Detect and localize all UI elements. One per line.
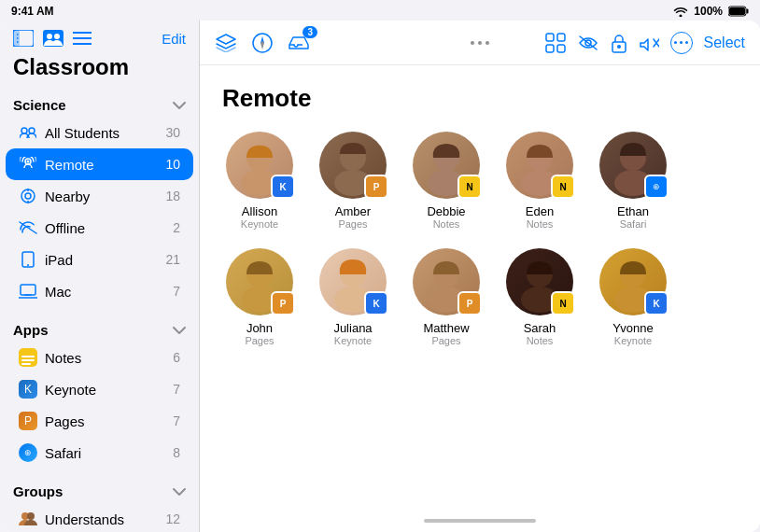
svg-rect-1 [747, 9, 749, 14]
sidebar-header: Edit [0, 21, 199, 52]
student-card-amber[interactable]: P Amber Pages [316, 132, 390, 230]
eden-app-badge: N [551, 175, 575, 199]
svg-point-9 [47, 34, 52, 39]
offline-count: 2 [173, 220, 180, 235]
student-card-allison[interactable]: K Allison Keynote [222, 132, 297, 230]
notes-app-icon [19, 348, 37, 367]
science-section-label: Science [13, 97, 66, 113]
edit-button[interactable]: Edit [162, 31, 186, 47]
bottom-bar [200, 513, 760, 532]
avatar-yvonne: K [599, 248, 667, 315]
avatar-allison: K [226, 132, 293, 199]
mac-count: 7 [173, 284, 180, 299]
avatar-matthew: P [413, 248, 480, 315]
classroom-icon[interactable] [43, 30, 63, 47]
status-bar-right: 100% [673, 5, 749, 18]
lock-icon[interactable] [611, 33, 627, 53]
all-students-icon [19, 123, 37, 142]
menu-icon[interactable] [73, 31, 91, 46]
inbox-button[interactable]: 3 [288, 32, 310, 54]
sidebar-item-notes[interactable]: Notes 6 [6, 342, 193, 373]
sidebar-title: Classroom [0, 52, 199, 90]
remote-label: Remote [45, 157, 158, 173]
battery-text: 100% [694, 5, 723, 18]
yvonne-app: Keynote [614, 335, 652, 346]
svg-rect-34 [557, 34, 565, 41]
student-card-eden[interactable]: N Eden Notes [502, 132, 577, 230]
svg-rect-2 [729, 7, 745, 15]
sidebar-item-mac[interactable]: Mac 7 [6, 275, 193, 307]
pages-label: Pages [45, 413, 165, 429]
student-card-debbie[interactable]: N Debbie Notes [409, 132, 484, 230]
ethan-app: Safari [620, 218, 647, 230]
svg-point-15 [29, 128, 35, 133]
student-card-matthew[interactable]: P Matthew Pages [409, 248, 484, 346]
nearby-icon [19, 187, 37, 205]
ipad-label: iPad [45, 252, 158, 268]
student-card-john[interactable]: P John Pages [222, 248, 297, 346]
student-card-sarah[interactable]: N Sarah Notes [502, 248, 577, 346]
sidebar-item-ipad[interactable]: iPad 21 [6, 244, 193, 275]
inbox-badge: 3 [303, 26, 317, 38]
juliana-app-badge: K [364, 291, 388, 315]
layers-icon[interactable] [215, 34, 237, 52]
eye-slash-icon[interactable] [577, 35, 599, 51]
understands-label: Understands [45, 511, 158, 527]
allison-name: Allison [242, 204, 277, 218]
mute-icon[interactable] [639, 33, 659, 53]
student-card-ethan[interactable]: ⊕ Ethan Safari [596, 132, 670, 230]
sidebar-toggle-icon[interactable] [13, 30, 34, 47]
keynote-label: Keynote [45, 382, 165, 398]
dot-3 [486, 41, 489, 45]
svg-rect-33 [546, 34, 554, 41]
amber-app-badge: P [364, 175, 388, 199]
safari-label: Safari [45, 445, 165, 461]
sarah-app-badge: N [551, 291, 575, 315]
debbie-name: Debbie [427, 204, 465, 218]
sidebar-item-offline[interactable]: Offline 2 [6, 212, 193, 244]
grid-icon[interactable] [545, 33, 566, 53]
yvonne-name: Yvonne [612, 321, 653, 335]
allison-app-badge: K [271, 175, 295, 199]
offline-label: Offline [45, 220, 165, 236]
sidebar-item-all-students[interactable]: All Students 30 [6, 117, 193, 148]
svg-point-40 [617, 45, 621, 49]
home-indicator [424, 519, 536, 523]
svg-rect-35 [546, 45, 554, 52]
more-icon[interactable] [670, 32, 693, 54]
allison-app: Keynote [241, 218, 278, 230]
nearby-label: Nearby [45, 189, 158, 204]
sidebar-item-keynote[interactable]: K Keynote 7 [6, 373, 193, 405]
sidebar-item-safari[interactable]: ⊕ Safari 8 [6, 437, 193, 469]
apps-chevron-icon[interactable] [173, 327, 186, 334]
notes-label: Notes [45, 350, 165, 366]
matthew-app-badge: P [457, 291, 482, 315]
dot-2 [478, 41, 482, 45]
ethan-app-badge: ⊕ [644, 175, 669, 199]
john-name: John [246, 321, 273, 335]
compass-icon[interactable] [252, 33, 273, 53]
svg-rect-25 [21, 285, 35, 295]
groups-chevron-icon[interactable] [173, 488, 186, 496]
sidebar-item-nearby[interactable]: Nearby 18 [6, 180, 193, 212]
toolbar-left: 3 [215, 32, 310, 54]
john-app-badge: P [271, 291, 295, 315]
science-chevron-icon[interactable] [173, 102, 186, 109]
student-card-yvonne[interactable]: K Yvonne Keynote [596, 248, 670, 346]
svg-point-24 [27, 264, 29, 266]
pages-count: 7 [173, 413, 180, 428]
offline-icon [19, 218, 37, 237]
safari-count: 8 [173, 445, 180, 460]
matthew-name: Matthew [423, 321, 469, 335]
avatar-john: P [226, 248, 293, 315]
sidebar-item-understands[interactable]: Understands 12 [6, 503, 193, 532]
mac-label: Mac [45, 284, 165, 300]
apps-section-label: Apps [13, 322, 49, 338]
toolbar: 3 [200, 21, 760, 65]
students-grid: K Allison Keynote [222, 132, 738, 346]
student-card-juliana[interactable]: K Juliana Keynote [316, 248, 390, 346]
select-button[interactable]: Select [704, 35, 745, 51]
sidebar-item-pages[interactable]: P Pages 7 [6, 405, 193, 437]
sidebar-item-remote[interactable]: Remote 10 [6, 148, 193, 180]
avatar-ethan: ⊕ [599, 132, 667, 199]
